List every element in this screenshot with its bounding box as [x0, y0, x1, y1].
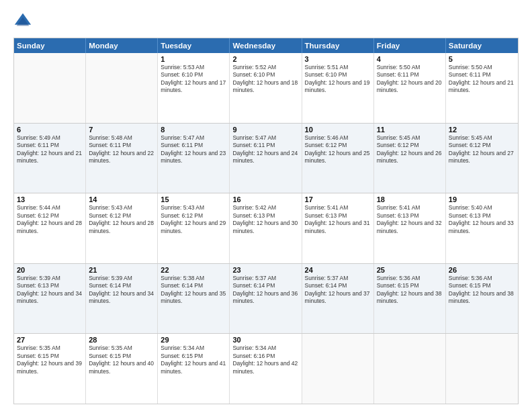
cell-info: Sunrise: 5:51 AM Sunset: 6:10 PM Dayligh…	[305, 64, 371, 95]
calendar-cell-0-2: 1Sunrise: 5:53 AM Sunset: 6:10 PM Daylig…	[158, 53, 230, 123]
day-number: 30	[232, 336, 298, 344]
header-sunday: Sunday	[14, 38, 86, 53]
day-number: 29	[161, 336, 226, 344]
cell-info: Sunrise: 5:46 AM Sunset: 6:12 PM Dayligh…	[305, 134, 371, 165]
header-friday: Friday	[374, 38, 446, 53]
header-thursday: Thursday	[302, 38, 374, 53]
day-number: 6	[17, 126, 83, 134]
cell-info: Sunrise: 5:53 AM Sunset: 6:10 PM Dayligh…	[161, 64, 226, 95]
cell-info: Sunrise: 5:38 AM Sunset: 6:14 PM Dayligh…	[161, 275, 226, 306]
calendar-cell-3-1: 21Sunrise: 5:39 AM Sunset: 6:14 PM Dayli…	[86, 264, 158, 334]
calendar-cell-2-0: 13Sunrise: 5:44 AM Sunset: 6:12 PM Dayli…	[14, 193, 86, 263]
logo	[13, 12, 35, 31]
day-number: 20	[17, 266, 83, 274]
cell-info: Sunrise: 5:35 AM Sunset: 6:15 PM Dayligh…	[17, 345, 83, 375]
calendar-cell-3-4: 24Sunrise: 5:37 AM Sunset: 6:14 PM Dayli…	[302, 264, 374, 334]
logo-icon	[13, 12, 32, 31]
cell-info: Sunrise: 5:49 AM Sunset: 6:11 PM Dayligh…	[17, 134, 83, 165]
calendar-cell-2-6: 19Sunrise: 5:40 AM Sunset: 6:13 PM Dayli…	[446, 193, 518, 263]
day-number: 3	[305, 55, 371, 63]
calendar-cell-0-4: 3Sunrise: 5:51 AM Sunset: 6:10 PM Daylig…	[302, 53, 374, 123]
cell-info: Sunrise: 5:48 AM Sunset: 6:11 PM Dayligh…	[89, 134, 154, 165]
calendar-cell-4-5	[374, 334, 446, 404]
cell-info: Sunrise: 5:37 AM Sunset: 6:14 PM Dayligh…	[305, 275, 371, 306]
day-number: 9	[232, 126, 298, 134]
cell-info: Sunrise: 5:43 AM Sunset: 6:12 PM Dayligh…	[89, 204, 154, 235]
calendar-cell-4-1: 28Sunrise: 5:35 AM Sunset: 6:15 PM Dayli…	[86, 334, 158, 404]
calendar-cell-3-2: 22Sunrise: 5:38 AM Sunset: 6:14 PM Dayli…	[158, 264, 230, 334]
cell-info: Sunrise: 5:45 AM Sunset: 6:12 PM Dayligh…	[377, 134, 443, 165]
cell-info: Sunrise: 5:34 AM Sunset: 6:16 PM Dayligh…	[232, 345, 298, 375]
day-number: 14	[89, 195, 154, 203]
calendar-cell-1-1: 7Sunrise: 5:48 AM Sunset: 6:11 PM Daylig…	[86, 124, 158, 193]
calendar-header: SundayMondayTuesdayWednesdayThursdayFrid…	[14, 38, 518, 53]
calendar-cell-0-1	[86, 53, 158, 123]
calendar-cell-1-4: 10Sunrise: 5:46 AM Sunset: 6:12 PM Dayli…	[302, 124, 374, 193]
calendar-cell-2-2: 15Sunrise: 5:43 AM Sunset: 6:12 PM Dayli…	[158, 193, 230, 263]
calendar-cell-4-3: 30Sunrise: 5:34 AM Sunset: 6:16 PM Dayli…	[230, 334, 302, 404]
calendar-cell-2-4: 17Sunrise: 5:41 AM Sunset: 6:13 PM Dayli…	[302, 193, 374, 263]
day-number: 16	[232, 195, 298, 203]
cell-info: Sunrise: 5:39 AM Sunset: 6:14 PM Dayligh…	[89, 275, 154, 306]
header-tuesday: Tuesday	[158, 38, 230, 53]
calendar-cell-3-5: 25Sunrise: 5:36 AM Sunset: 6:15 PM Dayli…	[374, 264, 446, 334]
day-number: 18	[377, 195, 443, 203]
day-number: 12	[449, 126, 515, 134]
calendar-row-4: 27Sunrise: 5:35 AM Sunset: 6:15 PM Dayli…	[14, 334, 518, 404]
calendar-cell-1-2: 8Sunrise: 5:47 AM Sunset: 6:11 PM Daylig…	[158, 124, 230, 193]
day-number: 8	[161, 126, 226, 134]
header-wednesday: Wednesday	[230, 38, 302, 53]
calendar-cell-4-4	[302, 334, 374, 404]
header-monday: Monday	[86, 38, 158, 53]
cell-info: Sunrise: 5:47 AM Sunset: 6:11 PM Dayligh…	[161, 134, 226, 165]
cell-info: Sunrise: 5:35 AM Sunset: 6:15 PM Dayligh…	[89, 345, 154, 375]
day-number: 4	[377, 55, 443, 63]
cell-info: Sunrise: 5:45 AM Sunset: 6:12 PM Dayligh…	[449, 134, 515, 165]
cell-info: Sunrise: 5:36 AM Sunset: 6:15 PM Dayligh…	[377, 275, 443, 306]
day-number: 23	[232, 266, 298, 274]
day-number: 1	[161, 55, 226, 63]
calendar-row-0: 1Sunrise: 5:53 AM Sunset: 6:10 PM Daylig…	[14, 53, 518, 124]
calendar-cell-0-5: 4Sunrise: 5:50 AM Sunset: 6:11 PM Daylig…	[374, 53, 446, 123]
day-number: 7	[89, 126, 154, 134]
calendar-row-1: 6Sunrise: 5:49 AM Sunset: 6:11 PM Daylig…	[14, 124, 518, 194]
calendar-cell-0-6: 5Sunrise: 5:50 AM Sunset: 6:11 PM Daylig…	[446, 53, 518, 123]
cell-info: Sunrise: 5:52 AM Sunset: 6:10 PM Dayligh…	[232, 64, 298, 95]
day-number: 2	[232, 55, 298, 63]
day-number: 21	[89, 266, 154, 274]
day-number: 15	[161, 195, 226, 203]
calendar-cell-3-0: 20Sunrise: 5:39 AM Sunset: 6:13 PM Dayli…	[14, 264, 86, 334]
calendar-cell-2-5: 18Sunrise: 5:41 AM Sunset: 6:13 PM Dayli…	[374, 193, 446, 263]
cell-info: Sunrise: 5:42 AM Sunset: 6:13 PM Dayligh…	[232, 204, 298, 235]
day-number: 28	[89, 336, 154, 344]
calendar-cell-1-6: 12Sunrise: 5:45 AM Sunset: 6:12 PM Dayli…	[446, 124, 518, 193]
day-number: 17	[305, 195, 371, 203]
calendar-cell-2-1: 14Sunrise: 5:43 AM Sunset: 6:12 PM Dayli…	[86, 193, 158, 263]
day-number: 27	[17, 336, 83, 344]
calendar-cell-1-0: 6Sunrise: 5:49 AM Sunset: 6:11 PM Daylig…	[14, 124, 86, 193]
cell-info: Sunrise: 5:40 AM Sunset: 6:13 PM Dayligh…	[449, 204, 515, 235]
page-header	[13, 12, 519, 31]
calendar-cell-4-2: 29Sunrise: 5:34 AM Sunset: 6:15 PM Dayli…	[158, 334, 230, 404]
cell-info: Sunrise: 5:44 AM Sunset: 6:12 PM Dayligh…	[17, 204, 83, 235]
day-number: 26	[449, 266, 515, 274]
calendar-cell-3-3: 23Sunrise: 5:37 AM Sunset: 6:14 PM Dayli…	[230, 264, 302, 334]
cell-info: Sunrise: 5:41 AM Sunset: 6:13 PM Dayligh…	[377, 204, 443, 235]
header-saturday: Saturday	[446, 38, 518, 53]
cell-info: Sunrise: 5:34 AM Sunset: 6:15 PM Dayligh…	[161, 345, 226, 375]
calendar-cell-1-5: 11Sunrise: 5:45 AM Sunset: 6:12 PM Dayli…	[374, 124, 446, 193]
day-number: 5	[449, 55, 515, 63]
calendar-cell-4-0: 27Sunrise: 5:35 AM Sunset: 6:15 PM Dayli…	[14, 334, 86, 404]
day-number: 10	[305, 126, 371, 134]
cell-info: Sunrise: 5:50 AM Sunset: 6:11 PM Dayligh…	[377, 64, 443, 95]
day-number: 24	[305, 266, 371, 274]
cell-info: Sunrise: 5:39 AM Sunset: 6:13 PM Dayligh…	[17, 275, 83, 306]
cell-info: Sunrise: 5:41 AM Sunset: 6:13 PM Dayligh…	[305, 204, 371, 235]
day-number: 11	[377, 126, 443, 134]
calendar-cell-0-3: 2Sunrise: 5:52 AM Sunset: 6:10 PM Daylig…	[230, 53, 302, 123]
cell-info: Sunrise: 5:47 AM Sunset: 6:11 PM Dayligh…	[232, 134, 298, 165]
cell-info: Sunrise: 5:43 AM Sunset: 6:12 PM Dayligh…	[161, 204, 226, 235]
calendar: SundayMondayTuesdayWednesdayThursdayFrid…	[13, 38, 519, 404]
cell-info: Sunrise: 5:37 AM Sunset: 6:14 PM Dayligh…	[232, 275, 298, 306]
calendar-cell-3-6: 26Sunrise: 5:36 AM Sunset: 6:15 PM Dayli…	[446, 264, 518, 334]
